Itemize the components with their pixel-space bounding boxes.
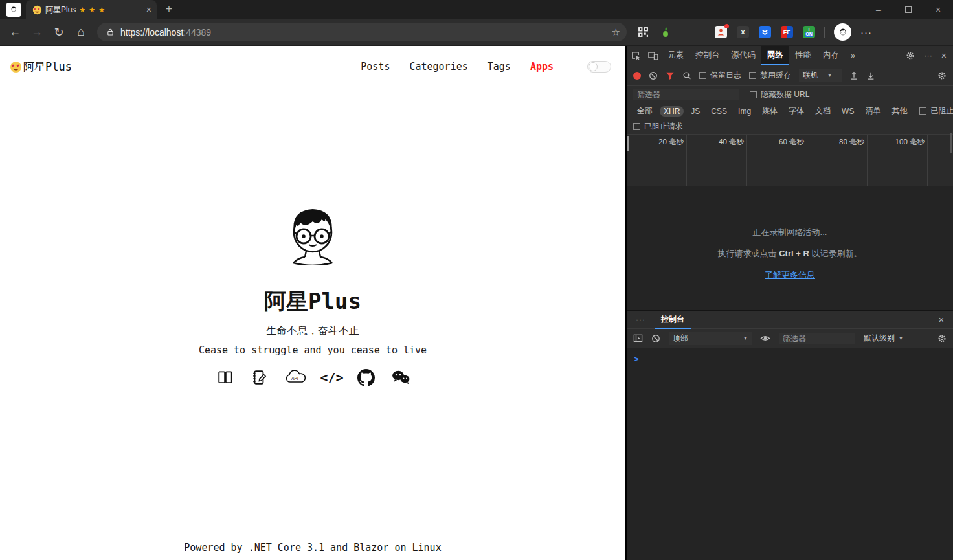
chip-css[interactable]: CSS	[707, 106, 731, 117]
checkbox-icon	[750, 91, 757, 98]
chip-media[interactable]: 媒体	[758, 105, 781, 117]
console-sidebar-icon[interactable]	[633, 333, 643, 343]
throttling-select[interactable]: 联机▼	[799, 69, 842, 82]
fe-extension-icon[interactable]: FE	[781, 26, 793, 38]
site-header: ♥ ♥ 阿星Plus Posts Categories Tags Apps	[0, 46, 625, 87]
more-tabs-button[interactable]: »	[845, 46, 861, 65]
tab-sources[interactable]: 源代码	[726, 46, 762, 65]
window-favicon	[6, 3, 21, 17]
browser-tab[interactable]: ♥ ♥ 阿星Plus ★ ★ ★ ×	[26, 0, 157, 19]
plant-extension-icon[interactable]	[659, 26, 671, 38]
disable-cache-checkbox[interactable]: 禁用缓存	[749, 70, 791, 81]
chip-js[interactable]: JS	[687, 106, 704, 117]
clear-icon[interactable]	[649, 71, 658, 80]
import-har-icon[interactable]	[849, 71, 858, 80]
close-window-button[interactable]: ×	[923, 0, 953, 19]
content-area: ♥ ♥ 阿星Plus Posts Categories Tags Apps	[0, 46, 953, 560]
blocked-requests-checkbox[interactable]: 已阻止请求	[633, 121, 683, 132]
red-person-extension-icon[interactable]	[715, 26, 727, 38]
svg-text:♥: ♥	[16, 63, 19, 68]
preserve-log-checkbox[interactable]: 保留日志	[699, 70, 741, 81]
inspect-element-icon[interactable]	[627, 50, 644, 60]
tab-elements[interactable]: 元素	[662, 46, 690, 65]
forward-button[interactable]: →	[26, 25, 48, 39]
log-levels-select[interactable]: 默认级别▼	[864, 333, 903, 344]
minimize-button[interactable]: –	[864, 0, 893, 19]
home-button[interactable]: ⌂	[70, 25, 92, 39]
timeline-tick: 80 毫秒	[807, 135, 868, 186]
code-icon[interactable]: </>	[322, 367, 342, 388]
tab-performance[interactable]: 性能	[789, 46, 817, 65]
console-toolbar: 顶部▼ 默认级别▼	[627, 329, 953, 348]
eye-icon[interactable]	[760, 334, 770, 342]
address-bar[interactable]: https://localhost:44389 ☆	[97, 23, 627, 41]
tab-console[interactable]: 控制台	[690, 46, 726, 65]
blue-arrow-extension-icon[interactable]	[759, 26, 771, 38]
drawer-close-icon[interactable]: ×	[939, 315, 953, 325]
device-toolbar-icon[interactable]	[644, 51, 662, 60]
theme-toggle[interactable]	[587, 61, 611, 73]
network-filter-input[interactable]	[633, 89, 739, 100]
console-context-select[interactable]: 顶部▼	[669, 332, 752, 345]
devtools-menu-icon[interactable]: ···	[924, 51, 932, 60]
api-cloud-icon[interactable]: API	[284, 367, 308, 388]
toolbar-divider	[824, 27, 825, 38]
browser-menu-icon[interactable]: ···	[860, 27, 872, 38]
timeline-tick: 100 毫秒	[868, 135, 928, 186]
chip-other[interactable]: 其他	[888, 105, 911, 117]
bookmark-star-icon[interactable]: ☆	[612, 27, 620, 38]
github-icon[interactable]	[356, 367, 377, 388]
console-settings-gear-icon[interactable]	[937, 334, 947, 343]
chip-manifest[interactable]: 清单	[861, 105, 884, 117]
chip-doc[interactable]: 文档	[811, 105, 835, 117]
tab-memory[interactable]: 内存	[817, 46, 845, 65]
settings-gear-icon[interactable]	[906, 51, 915, 60]
x-extension-icon[interactable]: X	[737, 26, 749, 38]
nav-apps[interactable]: Apps	[530, 61, 554, 73]
svg-text:♥: ♥	[34, 6, 36, 10]
page-tagline: Cease to struggle and you cease to live	[0, 344, 625, 356]
console-drawer-tab[interactable]: 控制台	[655, 311, 691, 329]
nav-categories[interactable]: Categories	[409, 61, 467, 73]
record-button-icon[interactable]	[633, 72, 641, 80]
blocked-requests-row: 已阻止请求	[627, 119, 953, 135]
chip-ws[interactable]: WS	[838, 106, 858, 117]
tab-network[interactable]: 网络	[761, 46, 789, 65]
tab-close-icon[interactable]: ×	[146, 5, 151, 14]
lock-icon	[106, 27, 115, 37]
chip-xhr[interactable]: XHR	[660, 106, 684, 117]
open-book-icon[interactable]	[215, 367, 236, 388]
console-filter-input[interactable]	[779, 333, 855, 344]
back-button[interactable]: ←	[4, 25, 26, 39]
chip-all[interactable]: 全部	[633, 105, 656, 117]
chip-font[interactable]: 字体	[785, 105, 808, 117]
chip-img[interactable]: Img	[734, 106, 755, 117]
console-prompt[interactable]: >	[627, 348, 953, 364]
clear-console-icon[interactable]	[651, 334, 660, 343]
page-subtitle: 生命不息，奋斗不止	[0, 324, 625, 338]
qr-code-extension-icon[interactable]	[637, 26, 649, 38]
notebook-edit-icon[interactable]	[249, 367, 270, 388]
search-icon[interactable]	[682, 71, 691, 80]
devtools-close-icon[interactable]: ×	[941, 50, 947, 61]
on-extension-icon[interactable]: i ON	[803, 26, 815, 38]
drawer-menu-icon[interactable]: ···	[627, 315, 655, 324]
export-har-icon[interactable]	[866, 71, 875, 80]
checkbox-icon	[749, 72, 756, 79]
overview-scrollbar[interactable]	[627, 136, 629, 151]
hide-data-urls-checkbox[interactable]: 隐藏数据 URL	[750, 89, 809, 100]
nav-posts[interactable]: Posts	[361, 61, 390, 73]
filter-funnel-icon[interactable]	[666, 71, 675, 80]
site-logo[interactable]: ♥ ♥ 阿星Plus	[10, 60, 72, 74]
profile-avatar[interactable]	[834, 23, 851, 41]
nav-tags[interactable]: Tags	[488, 61, 511, 73]
wechat-icon[interactable]	[390, 367, 411, 388]
network-settings-gear-icon[interactable]	[937, 71, 947, 80]
learn-more-link[interactable]: 了解更多信息	[765, 270, 815, 280]
panel-scrollbar[interactable]	[950, 133, 952, 153]
maximize-button[interactable]	[893, 0, 923, 19]
new-tab-button[interactable]: +	[166, 3, 172, 16]
profile-avatar-icon	[836, 26, 850, 39]
refresh-button[interactable]: ↻	[48, 25, 70, 39]
blocked-cookies-checkbox[interactable]: 已阻止 Cookie	[919, 106, 953, 117]
